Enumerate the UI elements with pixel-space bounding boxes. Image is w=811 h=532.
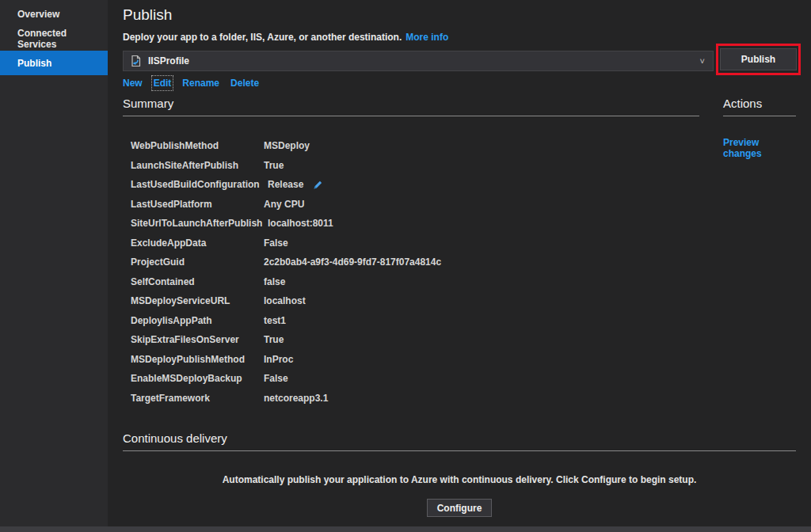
sidebar-item-label: Publish <box>17 58 51 69</box>
summary-value-wrap: MSDeploy <box>264 140 310 151</box>
page-description: Deploy your app to a folder, IIS, Azure,… <box>123 32 448 43</box>
sidebar-item-label: Connected Services <box>17 28 108 50</box>
continuous-delivery-divider <box>123 450 796 451</box>
continuous-delivery-section: Continuous delivery Automatically publis… <box>123 431 796 517</box>
main-panel: Publish Deploy your app to a folder, IIS… <box>108 0 811 526</box>
summary-value: false <box>264 276 285 287</box>
summary-value-wrap: netcoreapp3.1 <box>264 393 328 404</box>
selected-profile-name: IISProfile <box>148 55 700 66</box>
page-description-text: Deploy your app to a folder, IIS, Azure,… <box>123 32 402 43</box>
summary-rows: WebPublishMethod MSDeploy LaunchSiteAfte… <box>123 136 699 408</box>
annotation-highlight-red-box: Publish <box>716 44 801 75</box>
configure-button[interactable]: Configure <box>427 499 493 517</box>
summary-key: LastUsedBuildConfiguration <box>131 179 264 190</box>
continuous-delivery-heading: Continuous delivery <box>123 431 796 445</box>
summary-value: test1 <box>264 315 286 326</box>
summary-value-wrap: False <box>264 373 288 384</box>
profile-action-links: New Edit Rename Delete <box>123 78 259 89</box>
summary-value-wrap: True <box>264 334 284 345</box>
summary-value-wrap: false <box>264 276 285 287</box>
configure-button-row: Configure <box>123 499 796 517</box>
summary-key: SelfContained <box>131 276 264 287</box>
summary-row: TargetFramework netcoreapp3.1 <box>123 389 699 408</box>
summary-row: WebPublishMethod MSDeploy <box>123 136 699 156</box>
publish-profile-combobox[interactable]: IISProfile ˅ <box>123 51 714 71</box>
publish-profile-icon <box>130 55 142 67</box>
summary-value: localhost:8011 <box>268 218 333 229</box>
summary-value-wrap: 2c2b0ab4-a9f3-4d69-9fd7-817f07a4814c <box>264 256 441 268</box>
summary-row: SkipExtraFilesOnServer True <box>123 330 699 350</box>
continuous-delivery-description: Automatically publish your application t… <box>123 474 796 485</box>
summary-key: DeployIisAppPath <box>131 315 264 326</box>
summary-key: LaunchSiteAfterPublish <box>131 160 264 171</box>
summary-value: netcoreapp3.1 <box>264 393 328 404</box>
summary-row: EnableMSDeployBackup False <box>123 369 699 389</box>
sidebar-item[interactable]: Overview <box>0 2 108 26</box>
chevron-down-icon[interactable]: ˅ <box>700 56 706 66</box>
summary-value: localhost <box>264 295 306 306</box>
summary-value-wrap: localhost <box>264 295 306 306</box>
summary-divider <box>123 116 699 116</box>
summary-value: Any CPU <box>264 199 304 210</box>
sidebar-item[interactable]: Publish <box>0 51 108 75</box>
summary-value: False <box>264 373 288 384</box>
edit-pencil-icon[interactable] <box>313 180 323 190</box>
more-info-link[interactable]: More info <box>406 32 448 43</box>
summary-key: SiteUrlToLaunchAfterPublish <box>131 218 264 229</box>
summary-row: SelfContained false <box>123 272 699 292</box>
summary-value: Release <box>268 179 303 190</box>
summary-row: MSDeployServiceURL localhost <box>123 291 699 311</box>
summary-value: False <box>264 238 288 249</box>
sidebar-item-label: Overview <box>17 9 59 20</box>
summary-value: 2c2b0ab4-a9f3-4d69-9fd7-817f07a4814c <box>264 256 441 268</box>
sidebar-item[interactable]: Connected Services <box>0 26 108 51</box>
summary-actions-columns: Summary WebPublishMethod MSDeploy <box>123 97 796 408</box>
summary-value: MSDeploy <box>264 140 310 151</box>
summary-key: WebPublishMethod <box>131 140 264 151</box>
summary-row: LastUsedPlatform Any CPU <box>123 195 699 215</box>
page-title: Publish <box>123 6 172 24</box>
summary-section: Summary WebPublishMethod MSDeploy <box>123 97 699 408</box>
summary-key: LastUsedPlatform <box>131 199 264 210</box>
summary-value: True <box>264 334 284 345</box>
summary-row: LastUsedBuildConfiguration Release <box>123 175 699 195</box>
summary-row: LaunchSiteAfterPublish True <box>123 156 699 176</box>
actions-section: Actions Preview changes <box>723 97 796 408</box>
bottom-scrollbar-track[interactable] <box>0 526 811 532</box>
summary-value-wrap: Release <box>264 179 323 190</box>
profile-action-link[interactable]: Edit <box>154 78 172 89</box>
profile-action-link[interactable]: Delete <box>230 78 259 89</box>
profile-action-link[interactable]: New <box>123 78 143 89</box>
publish-button[interactable]: Publish <box>720 48 797 70</box>
summary-row: SiteUrlToLaunchAfterPublish localhost:80… <box>123 214 699 234</box>
summary-key: SkipExtraFilesOnServer <box>131 334 264 345</box>
summary-row: ExcludeAppData False <box>123 234 699 253</box>
summary-value: True <box>264 160 284 171</box>
summary-row: MSDeployPublishMethod InProc <box>123 350 699 370</box>
preview-changes-link[interactable]: Preview changes <box>723 137 796 159</box>
summary-row: DeployIisAppPath test1 <box>123 311 699 331</box>
summary-value-wrap: False <box>264 238 288 249</box>
summary-heading: Summary <box>123 97 699 110</box>
summary-key: TargetFramework <box>131 393 264 404</box>
summary-value-wrap: localhost:8011 <box>264 218 333 229</box>
summary-value: InProc <box>264 354 293 365</box>
summary-key: ExcludeAppData <box>131 238 264 249</box>
actions-divider <box>723 116 796 116</box>
actions-heading: Actions <box>723 97 796 110</box>
summary-key: ProjectGuid <box>131 256 264 268</box>
summary-value-wrap: InProc <box>264 354 293 365</box>
publish-page: Overview Connected Services Publish Publ… <box>0 0 811 532</box>
summary-value-wrap: Any CPU <box>264 199 304 210</box>
summary-key: MSDeployServiceURL <box>131 295 264 306</box>
summary-value-wrap: True <box>264 160 284 171</box>
summary-row: ProjectGuid 2c2b0ab4-a9f3-4d69-9fd7-817f… <box>123 253 699 272</box>
summary-value-wrap: test1 <box>264 315 286 326</box>
profile-action-link[interactable]: Rename <box>182 78 219 89</box>
sidebar: Overview Connected Services Publish <box>0 0 108 526</box>
summary-key: EnableMSDeployBackup <box>131 373 264 384</box>
summary-key: MSDeployPublishMethod <box>131 354 264 365</box>
